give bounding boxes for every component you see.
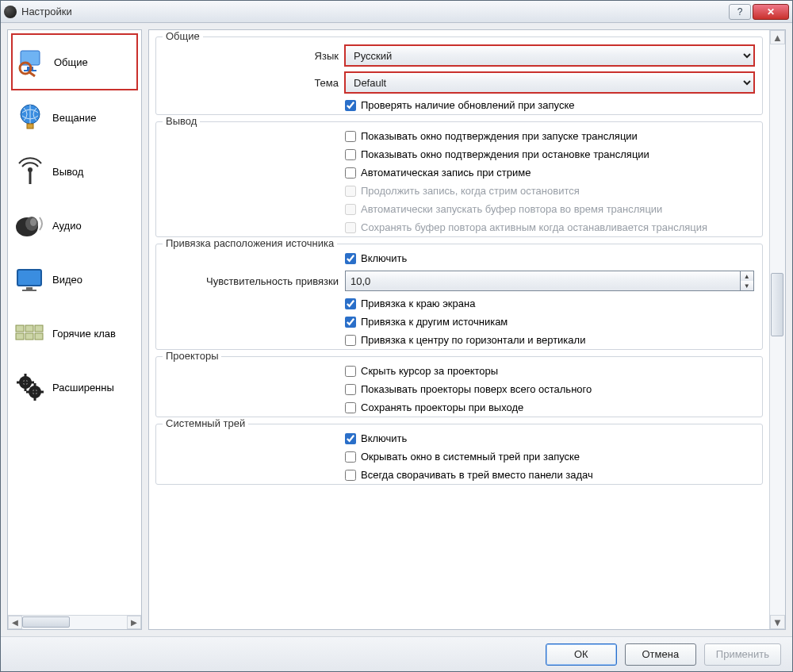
group-snapping: Привязка расположения источника Включить…: [155, 244, 763, 350]
tray-enable-checkbox[interactable]: Включить: [345, 432, 754, 444]
sidebar-item-label: Аудио: [52, 220, 82, 232]
snap-sources-checkbox[interactable]: Привязка к другим источникам: [345, 316, 754, 328]
sidebar-item-label: Вещание: [52, 112, 97, 124]
sidebar-horizontal-scrollbar[interactable]: ◄ ►: [8, 615, 141, 629]
close-button[interactable]: ✕: [753, 4, 789, 20]
svg-rect-20: [35, 333, 43, 340]
scroll-right-icon[interactable]: ►: [127, 616, 141, 629]
svg-rect-13: [26, 287, 33, 290]
hide-to-tray-checkbox[interactable]: Окрывать окно в системный трей при запус…: [345, 451, 754, 463]
sidebar-item-output[interactable]: Вывод: [11, 144, 138, 198]
monitor-search-icon: [16, 46, 48, 78]
content-vertical-scrollbar[interactable]: ▲ ▼: [769, 30, 785, 629]
confirm-stop-checkbox[interactable]: Показывать окно подтверждения при остано…: [345, 148, 754, 160]
snap-edge-checkbox[interactable]: Привязка к краю экрана: [345, 298, 754, 309]
svg-rect-18: [16, 333, 24, 340]
keyboard-icon: [14, 317, 46, 349]
speaker-icon: [14, 209, 46, 241]
minimize-to-tray-checkbox[interactable]: Всегда сворачивать в трей вместо панели …: [345, 469, 754, 481]
group-title: Общие: [163, 30, 203, 42]
auto-replay-checkbox: Автоматически запускать буфер повтора во…: [345, 203, 754, 215]
chevron-up-icon[interactable]: ▲: [741, 271, 753, 281]
sidebar-item-audio[interactable]: Аудио: [11, 198, 138, 252]
group-tray: Системный трей Включить Окрывать окно в …: [155, 424, 763, 485]
settings-sidebar: Общие Вещание Вывод: [7, 29, 142, 630]
scroll-down-icon[interactable]: ▼: [770, 615, 785, 629]
theme-select[interactable]: Default: [345, 72, 754, 93]
group-title: Системный трей: [163, 417, 248, 429]
svg-rect-6: [27, 124, 33, 129]
group-title: Вывод: [163, 115, 200, 127]
sidebar-item-general[interactable]: Общие: [11, 33, 138, 90]
sidebar-item-label: Видео: [52, 274, 82, 286]
sidebar-item-label: Общие: [54, 56, 88, 68]
scroll-left-icon[interactable]: ◄: [8, 616, 22, 629]
svg-rect-15: [16, 325, 24, 332]
group-title: Проекторы: [163, 350, 221, 362]
sidebar-item-video[interactable]: Видео: [11, 252, 138, 306]
hide-cursor-checkbox[interactable]: Скрыть курсор за проекторы: [345, 365, 754, 377]
language-select[interactable]: Русский: [345, 45, 754, 66]
cancel-button[interactable]: Отмена: [625, 643, 696, 666]
sidebar-item-label: Вывод: [52, 166, 83, 178]
keep-replay-checkbox: Сохранять буфер повтора активным когда о…: [345, 221, 754, 233]
scroll-thumb[interactable]: [771, 273, 783, 336]
check-updates-checkbox[interactable]: Проверять наличие обновлений при запуске: [345, 99, 754, 111]
sidebar-item-stream[interactable]: Вещание: [11, 90, 138, 144]
auto-record-checkbox[interactable]: Автоматическая запись при стриме: [345, 167, 754, 179]
group-title: Привязка расположения источника: [163, 237, 337, 249]
dialog-footer: ОК Отмена Применить: [1, 636, 792, 671]
svg-rect-17: [35, 325, 43, 332]
snapping-enable-checkbox[interactable]: Включить: [345, 252, 754, 264]
svg-rect-19: [25, 333, 33, 340]
theme-label: Тема: [164, 77, 339, 89]
scroll-up-icon[interactable]: ▲: [770, 30, 785, 44]
always-top-checkbox[interactable]: Показывать проекторы поверх всего осталь…: [345, 383, 754, 395]
sidebar-item-hotkeys[interactable]: Горячие клав: [11, 306, 138, 360]
sidebar-item-label: Горячие клав: [52, 328, 116, 340]
sensitivity-label: Чувствительность привязки: [164, 275, 339, 287]
svg-point-11: [30, 218, 36, 226]
svg-rect-14: [22, 290, 36, 291]
app-icon: [4, 6, 17, 18]
help-button[interactable]: ?: [729, 4, 751, 20]
sidebar-item-advanced[interactable]: Расширенны: [11, 360, 138, 414]
window-title: Настройки: [21, 6, 72, 17]
globe-icon: [14, 102, 46, 133]
svg-rect-12: [17, 270, 41, 286]
ok-button[interactable]: ОК: [546, 643, 617, 666]
sensitivity-input[interactable]: [345, 271, 741, 291]
snap-center-checkbox[interactable]: Привязка к центру по горизонтали и верти…: [345, 334, 754, 346]
continue-record-checkbox: Продолжить запись, когда стрим остановит…: [345, 185, 754, 197]
language-label: Язык: [164, 50, 339, 62]
group-general: Общие Язык Русский Тема Def: [155, 36, 763, 115]
svg-rect-16: [25, 325, 33, 332]
scroll-thumb[interactable]: [22, 616, 70, 628]
gears-icon: [14, 371, 46, 403]
chevron-down-icon[interactable]: ▼: [741, 281, 753, 290]
apply-button[interactable]: Применить: [704, 643, 781, 666]
group-output: Вывод Показывать окно подтверждения при …: [155, 121, 763, 237]
sensitivity-stepper[interactable]: ▲▼: [741, 271, 754, 291]
antenna-icon: [14, 156, 46, 187]
titlebar: Настройки ? ✕: [1, 1, 792, 23]
monitor-icon: [14, 263, 46, 295]
sidebar-item-label: Расширенны: [52, 382, 114, 394]
svg-line-4: [29, 72, 35, 76]
save-projectors-checkbox[interactable]: Сохранять проекторы при выходе: [345, 401, 754, 413]
group-projectors: Проекторы Скрыть курсор за проекторы Пок…: [155, 356, 763, 417]
confirm-start-checkbox[interactable]: Показывать окно подтверждения при запуск…: [345, 130, 754, 142]
